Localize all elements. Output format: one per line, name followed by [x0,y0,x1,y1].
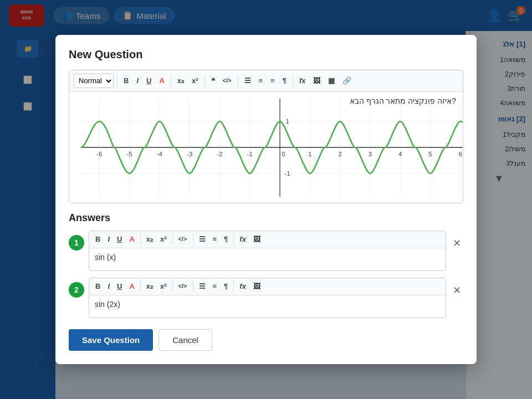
unordered-list-button[interactable]: ≡ [256,75,266,87]
a1-ul[interactable]: ≡ [210,233,220,245]
answer-row-1: 1 B I U A x₂ x² </> ☰ ≡ ¶ fx [69,231,463,271]
answer2-delete-button[interactable]: ✕ [451,282,463,299]
italic-button[interactable]: I [134,75,141,87]
a2-sep1 [140,281,141,292]
question-toolbar: Normal B I U A x₂ x² ❝ </> ☰ ≡ ≡ ¶ fx [69,70,463,92]
blockquote-button[interactable]: ❝ [208,75,218,87]
svg-text:-1: -1 [247,150,253,157]
a2-ol[interactable]: ☰ [196,280,208,293]
svg-text:4: 4 [398,150,402,157]
ordered-list-button[interactable]: ☰ [242,75,254,87]
a1-sep3 [193,234,193,245]
a1-sup[interactable]: x² [157,233,170,245]
svg-text:-3: -3 [187,150,192,157]
subscript-button[interactable]: x₂ [175,75,187,87]
toolbar-separator-2 [171,75,171,86]
toolbar-separator-3 [204,75,205,86]
answer-row-2: 2 B I U A x₂ x² </> ☰ ≡ ¶ fx [69,278,463,318]
a2-color[interactable]: A [126,280,137,293]
align-button[interactable]: ≡ [268,75,278,87]
a2-sub[interactable]: x₂ [144,280,156,293]
a1-sep1 [140,234,141,245]
graph-area: ?איזה פונקציה מתאר הגרף הבא [69,92,463,203]
superscript-button[interactable]: x² [189,75,201,87]
toolbar-separator-5 [293,75,293,86]
image-button[interactable]: 🖼 [310,75,323,87]
answer-number-2: 2 [69,282,84,298]
a2-sep3 [193,281,193,292]
svg-text:1: 1 [286,118,289,125]
a1-sep2 [172,234,173,245]
answers-title: Answers [69,212,463,224]
a2-sep4 [233,281,234,292]
a1-ol[interactable]: ☰ [196,233,208,245]
new-question-modal: New Question Normal B I U A x₂ x² ❝ </> … [55,35,477,364]
code-button[interactable]: </> [220,75,234,86]
a2-sup[interactable]: x² [157,280,170,293]
svg-text:1: 1 [308,150,311,157]
svg-text:2: 2 [338,150,341,157]
answer1-delete-button[interactable]: ✕ [451,235,463,252]
modal-title: New Question [69,48,463,61]
svg-text:-6: -6 [96,150,102,157]
toolbar-separator-4 [238,75,238,86]
bold-button[interactable]: B [121,75,131,87]
answer-editor-2: B I U A x₂ x² </> ☰ ≡ ¶ fx 🖼 [89,278,446,318]
answer2-toolbar: B I U A x₂ x² </> ☰ ≡ ¶ fx 🖼 [89,278,446,295]
svg-text:-4: -4 [157,150,163,157]
modal-overlay: New Question Normal B I U A x₂ x² ❝ </> … [0,0,532,399]
svg-text:3: 3 [369,150,372,157]
svg-text:-1: -1 [284,170,290,177]
a2-image[interactable]: 🖼 [250,280,263,293]
a1-para[interactable]: ¶ [221,233,231,245]
svg-text:-5: -5 [126,150,132,157]
svg-text:0: 0 [282,150,285,157]
a1-bold[interactable]: B [93,233,103,245]
cancel-button[interactable]: Cancel [158,329,212,351]
a1-code[interactable]: </> [176,234,190,244]
answer-number-1: 1 [69,235,84,250]
svg-text:-2: -2 [217,150,222,157]
a1-sub[interactable]: x₂ [144,233,156,245]
formula-button[interactable]: fx [296,75,309,87]
table-button[interactable]: ▦ [325,75,337,87]
question-editor-box: Normal B I U A x₂ x² ❝ </> ☰ ≡ ≡ ¶ fx [69,70,463,203]
a1-color[interactable]: A [126,233,137,245]
a2-ul[interactable]: ≡ [210,280,220,293]
answer2-content[interactable]: sin (2x) [89,295,446,318]
a2-italic[interactable]: I [105,280,112,293]
a1-sep4 [233,234,234,245]
a1-italic[interactable]: I [105,233,112,245]
answer-editor-1: B I U A x₂ x² </> ☰ ≡ ¶ fx 🖼 [89,231,446,271]
format-select[interactable]: Normal [74,74,114,88]
a2-bold[interactable]: B [93,280,103,293]
link-button[interactable]: 🔗 [340,75,354,87]
save-question-button[interactable]: Save Question [69,329,153,351]
a2-sep2 [172,281,173,292]
a1-underline[interactable]: U [114,233,125,245]
svg-text:5: 5 [428,150,432,157]
graph-question-text: ?איזה פונקציה מתאר הגרף הבא [350,96,456,105]
answer1-content[interactable]: sin (x) [89,248,446,270]
a2-underline[interactable]: U [114,280,125,293]
svg-text:6: 6 [459,150,462,157]
modal-footer: Save Question Cancel [69,329,463,351]
a1-image[interactable]: 🖼 [250,233,263,245]
paragraph-button[interactable]: ¶ [280,75,289,87]
a2-formula[interactable]: fx [237,280,249,293]
answer1-toolbar: B I U A x₂ x² </> ☰ ≡ ¶ fx 🖼 [89,231,446,248]
color-button[interactable]: A [156,75,167,87]
a1-formula[interactable]: fx [237,233,249,245]
underline-button[interactable]: U [144,75,154,87]
a2-para[interactable]: ¶ [221,280,231,293]
toolbar-separator-1 [117,75,117,86]
sine-graph-svg: -6 -5 -4 -3 -2 -1 1 2 3 4 5 6 0 [69,92,463,203]
a2-code[interactable]: </> [176,281,190,291]
